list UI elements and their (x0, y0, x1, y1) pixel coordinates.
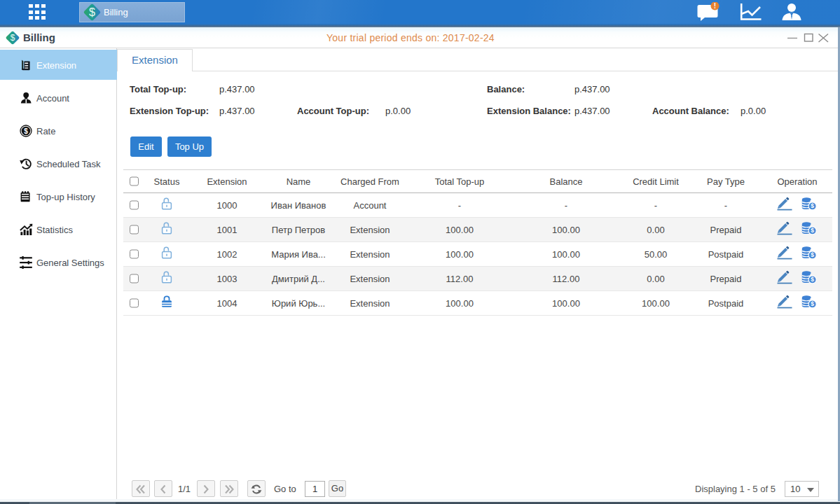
svg-text:$: $ (811, 276, 814, 283)
svg-text:$: $ (24, 127, 28, 134)
svg-text:$: $ (89, 6, 95, 18)
svg-text:$: $ (811, 227, 814, 234)
svg-text:$: $ (811, 300, 814, 307)
svg-text:!: ! (714, 2, 716, 10)
svg-text:$: $ (811, 202, 814, 209)
svg-text:$: $ (811, 251, 814, 258)
svg-text:$: $ (11, 33, 15, 43)
